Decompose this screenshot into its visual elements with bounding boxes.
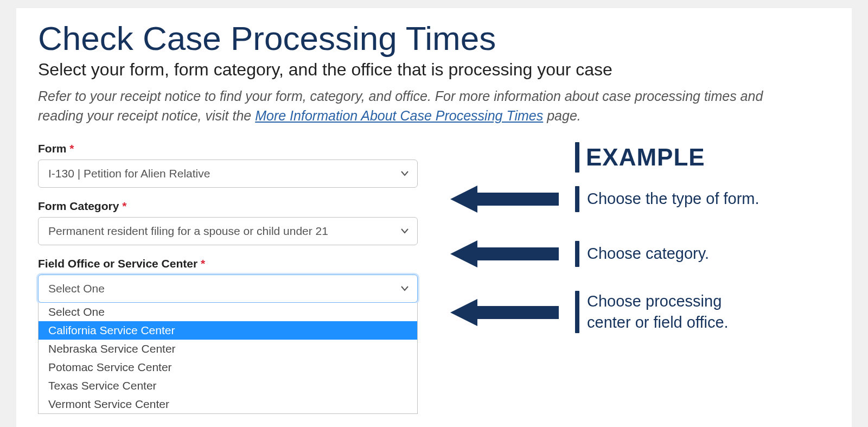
office-label: Field Office or Service Center * xyxy=(38,257,418,270)
more-info-link[interactable]: More Information About Case Processing T… xyxy=(255,108,543,123)
annotation-row-form: Choose the type of form. xyxy=(450,177,830,221)
form-column: Form * I-130 | Petition for Alien Relati… xyxy=(38,142,418,315)
annotation-text-wrap: Choose the type of form. xyxy=(575,186,760,212)
form-label: Form * xyxy=(38,142,418,155)
category-label: Form Category * xyxy=(38,200,418,213)
form-group-form: Form * I-130 | Petition for Alien Relati… xyxy=(38,142,418,188)
chevron-down-icon xyxy=(401,171,409,176)
arrow-left-icon xyxy=(450,291,564,329)
form-select[interactable]: I-130 | Petition for Alien Relative xyxy=(38,160,418,188)
annotation-text-form: Choose the type of form. xyxy=(587,188,760,209)
office-dropdown: Select One California Service Center Neb… xyxy=(38,303,418,414)
svg-marker-0 xyxy=(450,186,559,213)
office-label-text: Field Office or Service Center xyxy=(38,257,197,270)
dropdown-option[interactable]: Texas Service Center xyxy=(39,377,417,395)
office-select-value: Select One xyxy=(48,282,105,295)
page-subtitle: Select your form, form category, and the… xyxy=(38,60,830,80)
dropdown-option[interactable]: California Service Center xyxy=(39,321,417,340)
form-group-category: Form Category * Permanent resident filin… xyxy=(38,200,418,245)
svg-marker-2 xyxy=(450,299,559,326)
required-star-icon: * xyxy=(122,200,126,212)
category-select-value: Permanent resident filing for a spouse o… xyxy=(48,225,328,238)
annotation-row-category: Choose category. xyxy=(450,229,830,279)
svg-marker-1 xyxy=(450,240,559,267)
example-header-text: EXAMPLE xyxy=(586,144,705,171)
form-group-office: Field Office or Service Center * Select … xyxy=(38,257,418,303)
required-star-icon: * xyxy=(201,257,205,270)
vertical-bar-icon xyxy=(575,241,579,267)
annotation-row-office: Choose processing center or field office… xyxy=(450,291,830,333)
page-container: Check Case Processing Times Select your … xyxy=(16,8,852,427)
page-description-post: page. xyxy=(543,108,581,123)
arrow-left-icon xyxy=(450,238,564,270)
annotation-text-wrap: Choose category. xyxy=(575,241,709,267)
dropdown-option[interactable]: Potomac Service Center xyxy=(39,358,417,377)
vertical-bar-icon xyxy=(575,186,579,212)
page-title: Check Case Processing Times xyxy=(38,19,830,58)
annotation-text-wrap: Choose processing center or field office… xyxy=(575,291,761,333)
example-header: EXAMPLE xyxy=(575,142,830,173)
chevron-down-icon xyxy=(401,228,409,234)
form-select-value: I-130 | Petition for Alien Relative xyxy=(48,167,210,180)
annotation-text-category: Choose category. xyxy=(587,243,709,264)
category-select[interactable]: Permanent resident filing for a spouse o… xyxy=(38,217,418,245)
annotation-text-office: Choose processing center or field office… xyxy=(587,291,761,333)
chevron-down-icon xyxy=(401,286,409,291)
dropdown-option[interactable]: Select One xyxy=(39,303,417,321)
office-select-wrapper: Select One Select One California Service… xyxy=(38,275,418,303)
arrow-left-icon xyxy=(450,183,564,215)
dropdown-option[interactable]: Nebraska Service Center xyxy=(39,340,417,358)
page-description: Refer to your receipt notice to find you… xyxy=(38,86,808,126)
office-select[interactable]: Select One xyxy=(38,275,418,303)
vertical-bar-icon xyxy=(575,291,579,333)
required-star-icon: * xyxy=(69,142,74,155)
form-label-text: Form xyxy=(38,142,67,155)
vertical-bar-icon xyxy=(575,142,579,173)
annotation-column: EXAMPLE Choose the type of form. xyxy=(450,142,830,333)
category-label-text: Form Category xyxy=(38,200,119,212)
content-area: Form * I-130 | Petition for Alien Relati… xyxy=(38,142,830,333)
dropdown-option[interactable]: Vermont Service Center xyxy=(39,395,417,413)
